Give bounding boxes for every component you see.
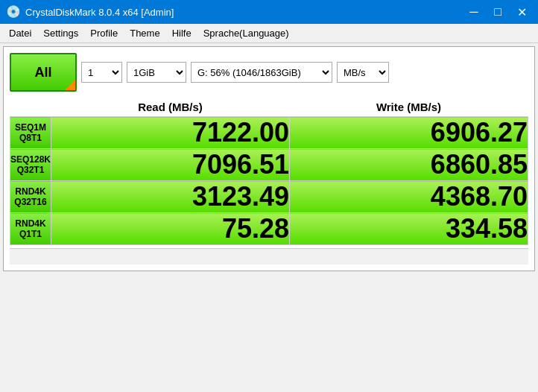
menu-bar: Datei Settings Profile Theme Hilfe Sprac… xyxy=(0,24,538,43)
status-bar xyxy=(10,248,528,265)
row-read-rnd4k-q1: 75.28 xyxy=(51,213,290,245)
title-bar-left: 💿 CrystalDiskMark 8.0.4 x64 [Admin] xyxy=(6,4,174,19)
menu-settings[interactable]: Settings xyxy=(37,26,84,40)
drive-select[interactable]: G: 56% (1046/1863GiB) xyxy=(191,62,332,83)
header-label-col xyxy=(10,98,51,117)
table-row: SEQ1M Q8T1 7122.00 6906.27 xyxy=(10,117,528,149)
minimize-button[interactable]: ─ xyxy=(463,3,484,21)
row-write-rnd4k-q32: 4368.70 xyxy=(290,181,528,213)
menu-language[interactable]: Sprache(Language) xyxy=(197,26,295,40)
window-title: CrystalDiskMark 8.0.4 x64 [Admin] xyxy=(25,7,174,18)
row-read-seq128k: 7096.51 xyxy=(51,149,290,181)
menu-hilfe[interactable]: Hilfe xyxy=(166,26,197,40)
app-icon: 💿 xyxy=(6,4,21,19)
table-row: RND4K Q1T1 75.28 334.58 xyxy=(10,213,528,245)
table-header-row: Read (MB/s) Write (MB/s) xyxy=(10,98,528,117)
header-read: Read (MB/s) xyxy=(51,98,290,117)
title-bar-controls: ─ □ ✕ xyxy=(463,3,532,21)
row-write-rnd4k-q1: 334.58 xyxy=(290,213,528,245)
unit-select[interactable]: MB/s GB/s IOPS μs xyxy=(337,62,389,83)
menu-datei[interactable]: Datei xyxy=(3,26,37,40)
row-read-rnd4k-q32: 3123.49 xyxy=(51,181,290,213)
row-write-seq1m: 6906.27 xyxy=(290,117,528,149)
table-row: SEQ128K Q32T1 7096.51 6860.85 xyxy=(10,149,528,181)
maximize-button[interactable]: □ xyxy=(487,3,508,21)
row-label-seq1m: SEQ1M Q8T1 xyxy=(10,117,51,149)
menu-theme[interactable]: Theme xyxy=(124,26,165,40)
runs-select[interactable]: 1 3 5 xyxy=(81,62,122,83)
toolbar: All 1 3 5 512MiB 1GiB 2GiB 4GiB 8GiB 16G… xyxy=(10,53,528,92)
close-button[interactable]: ✕ xyxy=(511,3,532,21)
menu-profile[interactable]: Profile xyxy=(84,26,124,40)
row-label-rnd4k-q1: RND4K Q1T1 xyxy=(10,213,51,245)
title-bar: 💿 CrystalDiskMark 8.0.4 x64 [Admin] ─ □ … xyxy=(0,0,538,24)
all-button[interactable]: All xyxy=(10,53,77,92)
row-label-rnd4k-q32: RND4K Q32T16 xyxy=(10,181,51,213)
main-area: All 1 3 5 512MiB 1GiB 2GiB 4GiB 8GiB 16G… xyxy=(3,46,535,271)
row-read-seq1m: 7122.00 xyxy=(51,117,290,149)
row-write-seq128k: 6860.85 xyxy=(290,149,528,181)
table-row: RND4K Q32T16 3123.49 4368.70 xyxy=(10,181,528,213)
header-write: Write (MB/s) xyxy=(290,98,528,117)
size-select[interactable]: 512MiB 1GiB 2GiB 4GiB 8GiB 16GiB 32GiB xyxy=(127,62,186,83)
row-label-seq128k: SEQ128K Q32T1 xyxy=(10,149,51,181)
results-table: Read (MB/s) Write (MB/s) SEQ1M Q8T1 7122… xyxy=(10,98,528,245)
